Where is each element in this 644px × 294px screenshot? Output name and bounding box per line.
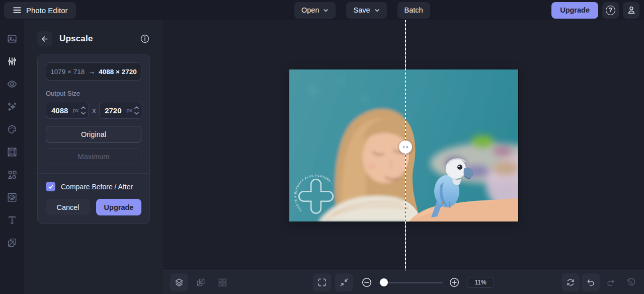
effects-sparkles-icon	[7, 101, 18, 112]
undo-button[interactable]	[582, 273, 600, 291]
chevron-up-icon	[81, 106, 86, 109]
left-right-arrows-icon	[401, 143, 410, 151]
top-bar: Photo Editor Open Save Batch Upgra	[0, 0, 644, 20]
compare-label: Compare Before / After	[61, 183, 133, 191]
size-after: 4088 × 2720	[99, 68, 136, 76]
upscale-card: 1079 × 718 → 4088 × 2720 Output Size px	[37, 54, 150, 224]
sidebar-item-image-manager[interactable]	[7, 33, 18, 44]
upgrade-top-label: Upgrade	[560, 6, 590, 14]
zoom-slider-track[interactable]	[378, 282, 443, 283]
dimension-summary: 1079 × 718 → 4088 × 2720	[46, 62, 141, 81]
arrow-right-icon: →	[88, 67, 95, 76]
reset-icon	[566, 277, 576, 287]
batch-button[interactable]: Batch	[397, 2, 430, 19]
sidebar-item-edit[interactable]	[7, 56, 18, 67]
sidebar-item-frames[interactable]	[7, 146, 18, 158]
dimension-separator: x	[93, 107, 96, 114]
open-label: Open	[301, 6, 319, 14]
sidebar-item-artsy[interactable]	[7, 124, 18, 135]
zoom-slider[interactable]	[378, 278, 443, 286]
touchup-eye-icon	[7, 79, 18, 90]
chevron-down-icon	[81, 112, 86, 115]
sidebar-item-graphics[interactable]	[7, 169, 18, 180]
original-size-button[interactable]: Original	[46, 126, 141, 143]
zoom-in-button[interactable]	[449, 277, 460, 288]
height-unit: px	[126, 107, 132, 113]
editor-canvas: THIS IS A BEFUNKY PLUS FEATURE •	[163, 20, 644, 294]
sidebar-item-text[interactable]	[7, 214, 18, 226]
fit-to-screen-icon	[339, 277, 349, 287]
zoom-slider-thumb[interactable]	[380, 278, 388, 286]
height-input[interactable]	[105, 106, 126, 115]
zoom-percentage[interactable]: 11%	[467, 277, 494, 288]
text-icon	[7, 214, 18, 226]
zoom-out-button[interactable]	[361, 277, 372, 288]
output-size-label: Output Size	[46, 90, 141, 97]
width-unit: px	[73, 107, 79, 113]
chevron-up-icon	[134, 106, 139, 109]
history-clock-icon	[626, 277, 636, 287]
fullscreen-button[interactable]	[313, 273, 331, 291]
image-manager-icon	[7, 33, 18, 44]
chevron-down-icon	[134, 112, 139, 115]
width-stepper[interactable]	[81, 106, 86, 115]
fullscreen-icon	[317, 277, 327, 287]
plus-circle-icon	[449, 277, 460, 288]
canvas-transform-icon	[196, 277, 206, 287]
upscale-panel: Upscale 1079 × 718 → 4088 × 2720 Output …	[24, 20, 163, 294]
layers-duplicate-icon	[7, 237, 18, 248]
help-button[interactable]: ?	[602, 2, 619, 19]
canvas-size-button[interactable]	[192, 273, 210, 291]
undo-icon	[586, 277, 596, 287]
minus-circle-icon	[361, 277, 372, 288]
width-field[interactable]: px	[46, 102, 89, 119]
sidebar-item-effects[interactable]	[7, 101, 18, 112]
compare-toggle-row[interactable]: Compare Before / After	[46, 182, 141, 191]
help-icon: ?	[606, 6, 615, 15]
height-field[interactable]: px	[99, 102, 142, 119]
width-input[interactable]	[51, 106, 72, 115]
upgrade-top-button[interactable]: Upgrade	[551, 2, 598, 19]
back-button[interactable]	[37, 31, 52, 46]
divider	[38, 173, 149, 174]
save-label: Save	[353, 6, 370, 14]
tool-rail	[0, 20, 24, 294]
account-button[interactable]	[623, 2, 639, 19]
main-menu-button[interactable]: Photo Editor	[4, 2, 76, 19]
edit-sliders-icon	[7, 56, 18, 67]
sidebar-item-layers[interactable]	[7, 237, 18, 248]
history-button[interactable]	[622, 273, 640, 291]
artsy-palette-icon	[7, 124, 18, 135]
layers-stack-icon	[174, 277, 184, 287]
sidebar-item-touch-up[interactable]	[7, 79, 18, 90]
redo-icon	[606, 277, 616, 287]
upgrade-button[interactable]: Upgrade	[96, 199, 141, 215]
maximum-size-button[interactable]: Maximum	[46, 148, 141, 165]
sidebar-item-textures[interactable]	[7, 192, 18, 203]
plus-feature-watermark: THIS IS A BEFUNKY PLUS FEATURE •	[292, 172, 340, 220]
chevron-down-icon	[374, 8, 380, 13]
size-inputs-row: px x px	[46, 102, 141, 119]
info-button[interactable]	[140, 34, 150, 44]
app-title: Photo Editor	[26, 6, 68, 15]
layers-panel-button[interactable]	[170, 273, 188, 291]
save-button[interactable]: Save	[346, 2, 386, 19]
open-button[interactable]: Open	[294, 2, 336, 19]
cancel-button[interactable]: Cancel	[46, 199, 90, 215]
info-icon	[140, 34, 150, 44]
redo-button[interactable]	[602, 273, 620, 291]
bottom-toolbar: 11%	[163, 270, 644, 294]
templates-grid-button[interactable]	[213, 273, 231, 291]
batch-label: Batch	[405, 6, 423, 14]
fit-to-screen-button[interactable]	[335, 273, 353, 291]
compare-checkbox[interactable]	[46, 182, 55, 191]
grid-icon	[217, 277, 227, 287]
height-stepper[interactable]	[134, 106, 139, 115]
frames-icon	[7, 146, 18, 158]
compare-slider-handle[interactable]	[399, 140, 412, 154]
hamburger-icon	[12, 5, 22, 15]
reset-button[interactable]	[561, 273, 580, 291]
befunky-plus-icon	[299, 179, 333, 213]
arrow-left-icon	[41, 35, 49, 43]
graphics-shapes-icon	[7, 169, 18, 180]
